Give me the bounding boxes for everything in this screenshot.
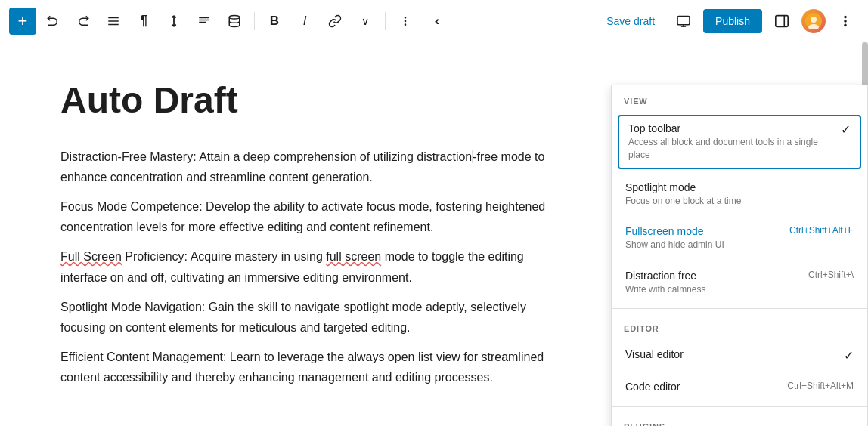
svg-point-20: [844, 23, 847, 26]
arrows-button[interactable]: [160, 8, 188, 35]
menu-item-distraction-title: Distraction free: [625, 270, 802, 282]
separator-1: [254, 12, 255, 30]
menu-item-fullscreen-right: Ctrl+Shift+Alt+F: [789, 225, 854, 236]
menu-item-code-content: Code editor: [625, 381, 781, 394]
menu-item-fullscreen[interactable]: Fullscreen mode Show and hide admin UI C…: [612, 216, 867, 261]
double-chevron-button[interactable]: ‹‹: [422, 8, 449, 35]
menu-item-visual-title: Visual editor: [625, 348, 838, 360]
dropdown-scrollbar-thumb[interactable]: [862, 42, 868, 88]
menu-item-fullscreen-content: Fullscreen mode Show and hide admin UI: [625, 225, 783, 252]
toolbar-right: Save draft Publish: [597, 8, 859, 35]
separator-2: [385, 12, 386, 30]
more-options-inline[interactable]: ∨: [352, 8, 379, 35]
divider-1: [612, 308, 867, 309]
avatar[interactable]: [801, 9, 826, 33]
svg-rect-10: [677, 16, 690, 24]
menu-item-code-editor[interactable]: Code editor Ctrl+Shift+Alt+M: [612, 372, 867, 403]
list-view-button[interactable]: [100, 8, 127, 35]
content-paragraph-3: Full Screen Proficiency: Acquire mastery…: [60, 246, 550, 287]
italic-button[interactable]: I: [291, 8, 318, 35]
add-block-button[interactable]: +: [9, 8, 36, 35]
visual-editor-check-icon: ✓: [844, 348, 854, 363]
save-draft-button[interactable]: Save draft: [597, 11, 664, 32]
menu-item-distraction-right: Ctrl+Shift+\: [808, 270, 854, 280]
svg-point-19: [844, 20, 847, 23]
content-paragraph-1: Distraction-Free Mastery: Attain a deep …: [60, 147, 550, 187]
menu-item-spotlight[interactable]: Spotlight mode Focus on one block at a t…: [612, 172, 867, 217]
menu-item-code-right: Ctrl+Shift+Alt+M: [787, 381, 854, 391]
svg-point-18: [844, 15, 847, 18]
content-paragraph-2: Focus Mode Competence: Develop the abili…: [60, 196, 550, 237]
settings-button[interactable]: [832, 8, 859, 35]
menu-item-visual-right: ✓: [844, 348, 854, 363]
menu-item-fullscreen-desc: Show and hide admin UI: [625, 239, 783, 252]
editor[interactable]: Auto Draft Distraction-Free Mastery: Att…: [0, 42, 611, 426]
menu-item-top-toolbar-desc: Access all block and document tools in a…: [628, 136, 835, 162]
main-area: Auto Draft Distraction-Free Mastery: Att…: [0, 42, 868, 426]
view-section-label: VIEW: [612, 85, 867, 112]
menu-item-top-toolbar-title: Top toolbar: [628, 122, 835, 134]
menu-item-code-title: Code editor: [625, 381, 781, 393]
menu-item-visual-content: Visual editor: [625, 348, 838, 362]
distraction-shortcut: Ctrl+Shift+\: [808, 270, 854, 280]
toolbar-left: + ¶ B I ∨ ‹‹: [9, 8, 594, 35]
stack-button[interactable]: [221, 8, 248, 35]
post-title[interactable]: Auto Draft: [60, 79, 550, 122]
code-editor-shortcut: Ctrl+Shift+Alt+M: [787, 381, 854, 391]
more-tools-button[interactable]: [392, 8, 419, 35]
menu-item-fullscreen-title: Fullscreen mode: [625, 225, 783, 237]
menu-item-top-toolbar-right: ✓: [841, 122, 851, 137]
editor-section-label: EDITOR: [612, 312, 867, 339]
sidebar-toggle-button[interactable]: [768, 8, 795, 35]
menu-item-distraction-free[interactable]: Distraction free Write with calmness Ctr…: [612, 261, 867, 305]
content-paragraph-4: Spotlight Mode Navigation: Gain the skil…: [60, 297, 550, 338]
top-toolbar-check-icon: ✓: [841, 122, 851, 137]
menu-item-spotlight-title: Spotlight mode: [625, 181, 854, 193]
publish-button[interactable]: Publish: [703, 9, 762, 33]
fullscreen-shortcut: Ctrl+Shift+Alt+F: [789, 225, 854, 236]
svg-point-8: [405, 20, 405, 21]
svg-rect-13: [776, 15, 788, 26]
align-button[interactable]: [191, 8, 218, 35]
menu-item-top-toolbar-content: Top toolbar Access all block and documen…: [628, 122, 835, 162]
divider-2: [612, 406, 867, 407]
redo-button[interactable]: [70, 8, 97, 35]
plugins-section-label: PLUGINS: [612, 410, 867, 426]
undo-button[interactable]: [39, 8, 67, 35]
menu-item-distraction-desc: Write with calmness: [625, 283, 802, 296]
link-button[interactable]: [321, 8, 349, 35]
svg-point-6: [229, 15, 240, 19]
menu-item-spotlight-content: Spotlight mode Focus on one block at a t…: [625, 181, 854, 208]
svg-point-7: [405, 17, 405, 17]
desktop-preview-button[interactable]: [670, 8, 697, 35]
toolbar: + ¶ B I ∨ ‹‹ Save draft: [0, 0, 868, 42]
bold-button[interactable]: B: [261, 8, 288, 35]
menu-item-spotlight-desc: Focus on one block at a time: [625, 195, 854, 208]
menu-item-distraction-content: Distraction free Write with calmness: [625, 270, 802, 296]
view-dropdown-panel: VIEW Top toolbar Access all block and do…: [611, 42, 868, 426]
content-paragraph-5: Efficient Content Management: Learn to l…: [60, 347, 550, 387]
dropdown-overlay: VIEW Top toolbar Access all block and do…: [611, 85, 868, 426]
post-content: Distraction-Free Mastery: Attain a deep …: [60, 147, 550, 388]
menu-item-visual-editor[interactable]: Visual editor ✓: [612, 339, 867, 372]
svg-point-9: [405, 24, 405, 25]
menu-item-top-toolbar[interactable]: Top toolbar Access all block and documen…: [618, 115, 861, 169]
paragraph-button[interactable]: ¶: [130, 8, 157, 35]
svg-point-16: [811, 17, 817, 23]
